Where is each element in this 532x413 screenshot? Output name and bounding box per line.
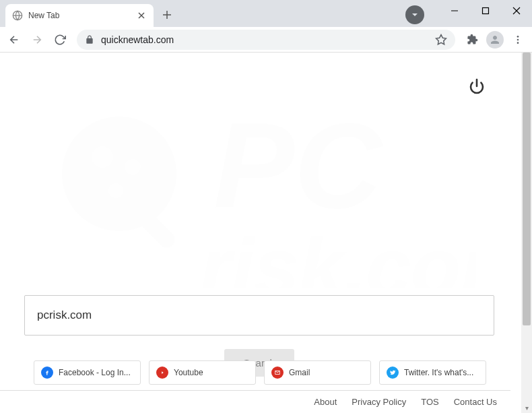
quicklink-label: Twitter. It's what's... <box>404 368 473 377</box>
quicklink-youtube[interactable]: Youtube <box>149 360 256 385</box>
svg-point-11 <box>517 36 519 38</box>
search-input[interactable] <box>24 295 494 336</box>
menu-button[interactable] <box>508 30 528 50</box>
new-tab-button[interactable] <box>158 5 176 24</box>
gmail-icon <box>271 367 284 379</box>
close-window-button[interactable] <box>501 0 532 22</box>
quicklink-label: Facebook - Log In... <box>59 368 131 377</box>
scroll-down-arrow[interactable]: ▾ <box>521 402 532 413</box>
youtube-icon <box>156 367 168 379</box>
tab-title: New Tab <box>28 11 131 20</box>
footer-privacy[interactable]: Privacy Policy <box>352 397 406 407</box>
svg-text:PC: PC <box>213 98 384 233</box>
footer-tos[interactable]: TOS <box>421 397 439 407</box>
twitter-icon <box>387 367 399 379</box>
browser-toolbar: quicknewtab.com <box>0 27 532 53</box>
minimize-button[interactable] <box>439 0 470 22</box>
watermark-icon: PC risk.com <box>45 86 476 288</box>
svg-point-16 <box>125 159 141 175</box>
back-button[interactable] <box>4 30 24 50</box>
window-controls <box>439 0 532 22</box>
tab-dropdown-button[interactable] <box>405 5 424 24</box>
facebook-icon <box>41 367 53 379</box>
footer-about[interactable]: About <box>314 397 337 407</box>
reload-button[interactable] <box>50 30 70 50</box>
page-content: PC risk.com Search Facebook - Log In... … <box>0 53 521 413</box>
profile-button[interactable] <box>485 30 505 50</box>
lock-icon <box>85 35 94 44</box>
svg-rect-18 <box>138 211 178 251</box>
quicklink-gmail[interactable]: Gmail <box>264 360 371 385</box>
quicklink-label: Gmail <box>289 368 310 377</box>
scrollbar-thumb[interactable] <box>523 53 531 325</box>
tab-close-button[interactable] <box>136 10 147 21</box>
bookmark-star-icon[interactable] <box>435 34 447 46</box>
svg-point-13 <box>517 42 519 44</box>
quicklink-facebook[interactable]: Facebook - Log In... <box>34 360 141 385</box>
browser-tab[interactable]: New Tab <box>5 4 154 27</box>
forward-button[interactable] <box>27 30 47 50</box>
svg-point-15 <box>92 146 113 168</box>
quick-links: Facebook - Log In... Youtube Gmail Twitt… <box>34 360 486 385</box>
address-bar[interactable]: quicknewtab.com <box>77 30 455 50</box>
footer-contact[interactable]: Contact Us <box>454 397 497 407</box>
globe-icon <box>12 10 23 21</box>
content-wrapper: PC risk.com Search Facebook - Log In... … <box>0 53 532 413</box>
svg-rect-1 <box>483 8 489 14</box>
tab-search-container <box>405 5 424 24</box>
maximize-button[interactable] <box>470 0 501 22</box>
svg-marker-10 <box>436 34 446 44</box>
power-icon[interactable] <box>469 78 485 94</box>
quicklink-twitter[interactable]: Twitter. It's what's... <box>379 360 486 385</box>
quicklink-label: Youtube <box>174 368 203 377</box>
svg-point-14 <box>62 117 176 231</box>
svg-point-17 <box>108 183 123 198</box>
avatar-icon <box>486 31 504 49</box>
page-footer: About Privacy Policy TOS Contact Us <box>0 390 510 413</box>
extensions-button[interactable] <box>462 30 482 50</box>
url-text: quicknewtab.com <box>101 34 428 45</box>
svg-text:risk.com: risk.com <box>200 222 476 288</box>
vertical-scrollbar[interactable]: ▾ <box>521 53 532 413</box>
svg-point-12 <box>517 38 519 40</box>
